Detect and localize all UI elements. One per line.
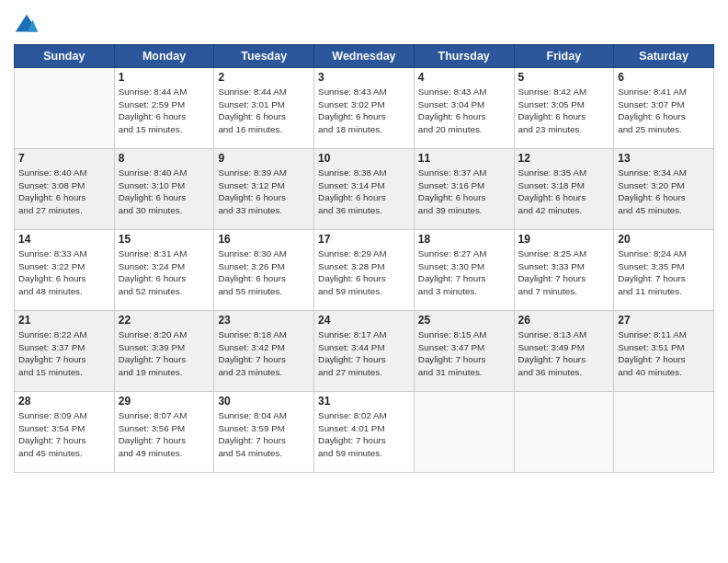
day-number: 17 — [318, 233, 410, 246]
calendar-cell: 11Sunrise: 8:37 AM Sunset: 3:16 PM Dayli… — [414, 149, 514, 230]
day-number: 6 — [618, 71, 710, 84]
day-number: 3 — [318, 71, 410, 84]
calendar-cell: 15Sunrise: 8:31 AM Sunset: 3:24 PM Dayli… — [114, 230, 214, 311]
day-number: 30 — [218, 395, 310, 408]
col-header-monday: Monday — [114, 45, 214, 68]
calendar-week-row: 21Sunrise: 8:22 AM Sunset: 3:37 PM Dayli… — [15, 311, 714, 392]
day-info: Sunrise: 8:24 AM Sunset: 3:35 PM Dayligh… — [618, 247, 710, 298]
calendar-cell: 5Sunrise: 8:42 AM Sunset: 3:05 PM Daylig… — [514, 68, 614, 149]
calendar-cell: 20Sunrise: 8:24 AM Sunset: 3:35 PM Dayli… — [614, 230, 714, 311]
day-number: 7 — [18, 152, 110, 165]
calendar-cell: 21Sunrise: 8:22 AM Sunset: 3:37 PM Dayli… — [15, 311, 115, 392]
day-info: Sunrise: 8:29 AM Sunset: 3:28 PM Dayligh… — [318, 247, 410, 298]
day-info: Sunrise: 8:43 AM Sunset: 3:02 PM Dayligh… — [318, 86, 410, 136]
day-number: 22 — [119, 314, 210, 327]
calendar-cell: 3Sunrise: 8:43 AM Sunset: 3:02 PM Daylig… — [314, 68, 415, 149]
calendar-cell: 2Sunrise: 8:44 AM Sunset: 3:01 PM Daylig… — [214, 68, 314, 149]
day-number: 14 — [18, 233, 110, 246]
calendar-cell: 25Sunrise: 8:15 AM Sunset: 3:47 PM Dayli… — [414, 311, 514, 392]
day-info: Sunrise: 8:40 AM Sunset: 3:10 PM Dayligh… — [119, 167, 210, 217]
day-number: 1 — [119, 71, 210, 84]
logo-icon — [14, 13, 40, 39]
day-number: 24 — [318, 314, 410, 327]
day-info: Sunrise: 8:18 AM Sunset: 3:42 PM Dayligh… — [218, 328, 310, 379]
day-number: 25 — [418, 314, 510, 327]
day-number: 8 — [119, 152, 210, 165]
day-info: Sunrise: 8:07 AM Sunset: 3:56 PM Dayligh… — [119, 409, 210, 460]
day-info: Sunrise: 8:41 AM Sunset: 3:07 PM Dayligh… — [618, 86, 710, 136]
calendar: SundayMondayTuesdayWednesdayThursdayFrid… — [14, 44, 714, 473]
day-info: Sunrise: 8:44 AM Sunset: 3:01 PM Dayligh… — [218, 86, 310, 136]
day-number: 5 — [518, 71, 610, 84]
day-number: 10 — [318, 152, 410, 165]
calendar-cell: 23Sunrise: 8:18 AM Sunset: 3:42 PM Dayli… — [214, 311, 314, 392]
day-info: Sunrise: 8:17 AM Sunset: 3:44 PM Dayligh… — [318, 328, 410, 379]
day-number: 28 — [18, 395, 110, 408]
day-info: Sunrise: 8:43 AM Sunset: 3:04 PM Dayligh… — [418, 86, 510, 136]
calendar-cell: 18Sunrise: 8:27 AM Sunset: 3:30 PM Dayli… — [414, 230, 514, 311]
calendar-week-row: 7Sunrise: 8:40 AM Sunset: 3:08 PM Daylig… — [15, 149, 714, 230]
calendar-cell: 16Sunrise: 8:30 AM Sunset: 3:26 PM Dayli… — [214, 230, 314, 311]
col-header-sunday: Sunday — [15, 45, 115, 68]
day-info: Sunrise: 8:37 AM Sunset: 3:16 PM Dayligh… — [418, 167, 510, 217]
day-info: Sunrise: 8:33 AM Sunset: 3:22 PM Dayligh… — [18, 247, 110, 298]
day-info: Sunrise: 8:39 AM Sunset: 3:12 PM Dayligh… — [218, 167, 310, 217]
day-number: 21 — [18, 314, 110, 327]
calendar-cell: 8Sunrise: 8:40 AM Sunset: 3:10 PM Daylig… — [114, 149, 214, 230]
day-number: 20 — [618, 233, 710, 246]
day-number: 15 — [119, 233, 210, 246]
calendar-cell: 4Sunrise: 8:43 AM Sunset: 3:04 PM Daylig… — [414, 68, 514, 149]
day-info: Sunrise: 8:31 AM Sunset: 3:24 PM Dayligh… — [119, 247, 210, 298]
calendar-cell — [614, 392, 714, 473]
day-info: Sunrise: 8:22 AM Sunset: 3:37 PM Dayligh… — [18, 328, 110, 379]
logo — [14, 13, 43, 39]
day-info: Sunrise: 8:44 AM Sunset: 2:59 PM Dayligh… — [119, 86, 210, 136]
calendar-cell: 10Sunrise: 8:38 AM Sunset: 3:14 PM Dayli… — [314, 149, 415, 230]
calendar-cell — [514, 392, 614, 473]
calendar-cell: 24Sunrise: 8:17 AM Sunset: 3:44 PM Dayli… — [314, 311, 415, 392]
calendar-cell: 17Sunrise: 8:29 AM Sunset: 3:28 PM Dayli… — [314, 230, 415, 311]
col-header-tuesday: Tuesday — [214, 45, 314, 68]
day-number: 4 — [418, 71, 510, 84]
calendar-cell: 13Sunrise: 8:34 AM Sunset: 3:20 PM Dayli… — [614, 149, 714, 230]
calendar-header-row: SundayMondayTuesdayWednesdayThursdayFrid… — [15, 45, 714, 68]
col-header-saturday: Saturday — [614, 45, 714, 68]
day-number: 13 — [618, 152, 710, 165]
calendar-cell: 6Sunrise: 8:41 AM Sunset: 3:07 PM Daylig… — [614, 68, 714, 149]
page: SundayMondayTuesdayWednesdayThursdayFrid… — [0, 0, 728, 563]
day-number: 16 — [218, 233, 310, 246]
day-number: 27 — [618, 314, 710, 327]
day-number: 23 — [218, 314, 310, 327]
calendar-week-row: 28Sunrise: 8:09 AM Sunset: 3:54 PM Dayli… — [15, 392, 714, 473]
day-number: 11 — [418, 152, 510, 165]
day-info: Sunrise: 8:40 AM Sunset: 3:08 PM Dayligh… — [18, 167, 110, 217]
day-info: Sunrise: 8:25 AM Sunset: 3:33 PM Dayligh… — [518, 247, 610, 298]
day-info: Sunrise: 8:42 AM Sunset: 3:05 PM Dayligh… — [518, 86, 610, 136]
calendar-cell: 19Sunrise: 8:25 AM Sunset: 3:33 PM Dayli… — [514, 230, 614, 311]
col-header-friday: Friday — [514, 45, 614, 68]
calendar-cell — [414, 392, 514, 473]
calendar-cell: 28Sunrise: 8:09 AM Sunset: 3:54 PM Dayli… — [15, 392, 115, 473]
calendar-cell: 1Sunrise: 8:44 AM Sunset: 2:59 PM Daylig… — [114, 68, 214, 149]
day-number: 18 — [418, 233, 510, 246]
day-info: Sunrise: 8:04 AM Sunset: 3:59 PM Dayligh… — [218, 409, 310, 460]
day-number: 9 — [218, 152, 310, 165]
calendar-cell: 7Sunrise: 8:40 AM Sunset: 3:08 PM Daylig… — [15, 149, 115, 230]
calendar-week-row: 1Sunrise: 8:44 AM Sunset: 2:59 PM Daylig… — [15, 68, 714, 149]
day-number: 26 — [518, 314, 610, 327]
calendar-cell: 12Sunrise: 8:35 AM Sunset: 3:18 PM Dayli… — [514, 149, 614, 230]
day-number: 29 — [119, 395, 210, 408]
day-number: 12 — [518, 152, 610, 165]
calendar-week-row: 14Sunrise: 8:33 AM Sunset: 3:22 PM Dayli… — [15, 230, 714, 311]
calendar-cell — [15, 68, 115, 149]
day-info: Sunrise: 8:35 AM Sunset: 3:18 PM Dayligh… — [518, 167, 610, 217]
day-info: Sunrise: 8:38 AM Sunset: 3:14 PM Dayligh… — [318, 167, 410, 217]
day-info: Sunrise: 8:20 AM Sunset: 3:39 PM Dayligh… — [119, 328, 210, 379]
day-info: Sunrise: 8:15 AM Sunset: 3:47 PM Dayligh… — [418, 328, 510, 379]
day-info: Sunrise: 8:34 AM Sunset: 3:20 PM Dayligh… — [618, 167, 710, 217]
calendar-cell: 27Sunrise: 8:11 AM Sunset: 3:51 PM Dayli… — [614, 311, 714, 392]
calendar-cell: 30Sunrise: 8:04 AM Sunset: 3:59 PM Dayli… — [214, 392, 314, 473]
calendar-cell: 31Sunrise: 8:02 AM Sunset: 4:01 PM Dayli… — [314, 392, 415, 473]
col-header-thursday: Thursday — [414, 45, 514, 68]
calendar-cell: 29Sunrise: 8:07 AM Sunset: 3:56 PM Dayli… — [114, 392, 214, 473]
